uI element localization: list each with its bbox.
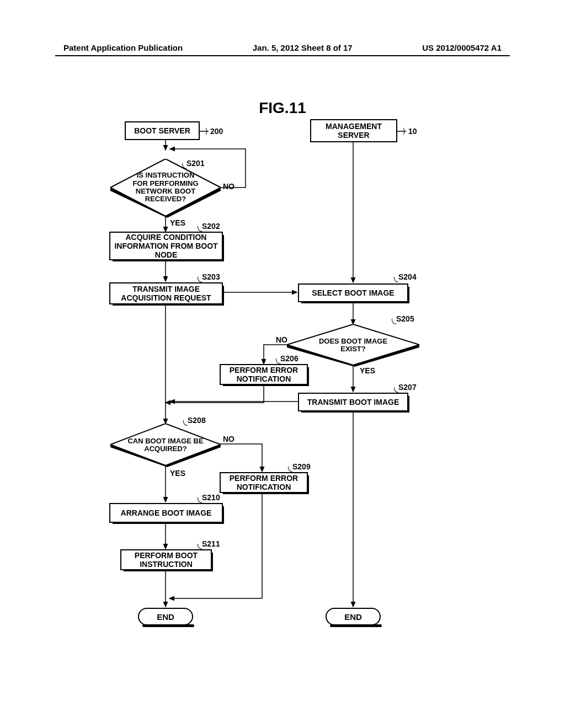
terminator-end-right: END bbox=[326, 608, 381, 625]
branch-yes-s208: YES bbox=[170, 469, 185, 478]
process-s210: ARRANGE BOOT IMAGE bbox=[109, 503, 223, 523]
leader-icon bbox=[198, 497, 202, 503]
process-s202: ACQUIRE CONDITION INFORMATION FROM BOOT … bbox=[109, 232, 223, 260]
s209-text: PERFORM ERROR NOTIFICATION bbox=[230, 474, 298, 491]
leader-icon bbox=[198, 277, 202, 282]
s208-text: CAN BOOT IMAGE BE ACQUIRED? bbox=[124, 435, 207, 456]
header-left: Patent Application Publication bbox=[63, 43, 183, 52]
s210-text: ARRANGE BOOT IMAGE bbox=[121, 508, 212, 517]
end-label-left: END bbox=[157, 612, 174, 622]
branch-no-s208: NO bbox=[223, 435, 234, 443]
ref-s208: S208 bbox=[188, 416, 206, 425]
page-header: Patent Application Publication Jan. 5, 2… bbox=[0, 43, 565, 52]
branch-yes-s205: YES bbox=[360, 366, 375, 375]
s203-text: TRANSMIT IMAGE ACQUISITION REQUEST bbox=[121, 285, 211, 302]
lane-header-boot-server: BOOT SERVER bbox=[125, 121, 200, 140]
ref-s207: S207 bbox=[398, 383, 417, 392]
boot-server-label: BOOT SERVER bbox=[134, 126, 190, 135]
branch-no-s201: NO bbox=[223, 182, 234, 191]
ref-s201: S201 bbox=[186, 159, 205, 168]
ref-s206: S206 bbox=[280, 354, 299, 363]
ref-s210: S210 bbox=[202, 493, 220, 502]
branch-yes-s201: YES bbox=[170, 218, 185, 227]
ref-s205: S205 bbox=[396, 314, 414, 323]
mgmt-server-label: MANAGEMENT SERVER bbox=[326, 122, 382, 140]
s206-text: PERFORM ERROR NOTIFICATION bbox=[230, 366, 298, 383]
branch-no-s205: NO bbox=[276, 335, 287, 344]
leader-icon bbox=[198, 226, 202, 232]
process-s207: TRANSMIT BOOT IMAGE bbox=[298, 393, 408, 411]
s204-text: SELECT BOOT IMAGE bbox=[312, 288, 394, 297]
process-s206: PERFORM ERROR NOTIFICATION bbox=[220, 364, 308, 385]
decision-s201: IS INSTRUCTION FOR PERFORMING NETWORK BO… bbox=[110, 159, 221, 220]
leader-icon bbox=[394, 387, 398, 393]
header-rule bbox=[55, 55, 510, 56]
ref-s202: S202 bbox=[202, 222, 220, 231]
ref-200: 200 bbox=[210, 127, 223, 136]
decision-s208: CAN BOOT IMAGE BE ACQUIRED? bbox=[110, 424, 221, 468]
process-s203: TRANSMIT IMAGE ACQUISITION REQUEST bbox=[109, 282, 223, 304]
leader-icon bbox=[392, 319, 396, 324]
lane-header-mgmt-server: MANAGEMENT SERVER bbox=[310, 119, 397, 142]
leader-icon bbox=[198, 544, 202, 549]
header-right: US 2012/0005472 A1 bbox=[422, 43, 502, 52]
end-label-right: END bbox=[344, 612, 362, 622]
process-s211: PERFORM BOOT INSTRUCTION bbox=[120, 549, 212, 570]
leader-icon bbox=[276, 358, 280, 364]
s202-text: ACQUIRE CONDITION INFORMATION FROM BOOT … bbox=[114, 233, 217, 259]
s211-text: PERFORM BOOT INSTRUCTION bbox=[135, 551, 198, 569]
decision-s205: DOES BOOT IMAGE EXIST? bbox=[287, 324, 419, 367]
s205-text: DOES BOOT IMAGE EXIST? bbox=[312, 334, 395, 356]
ref-s203: S203 bbox=[202, 272, 220, 281]
figure-title: FIG.11 bbox=[259, 99, 306, 117]
flow-lines bbox=[0, 116, 565, 667]
ref-s209: S209 bbox=[292, 462, 311, 471]
ref-10: 10 bbox=[408, 127, 417, 136]
leader-icon bbox=[288, 467, 292, 472]
process-s204: SELECT BOOT IMAGE bbox=[298, 283, 408, 302]
terminator-end-left: END bbox=[138, 608, 193, 625]
flowchart: BOOT SERVER 200 MANAGEMENT SERVER 10 IS … bbox=[0, 116, 565, 667]
ref-s211: S211 bbox=[202, 539, 220, 548]
ref-s204: S204 bbox=[398, 272, 417, 281]
leader-icon bbox=[394, 277, 398, 282]
s207-text: TRANSMIT BOOT IMAGE bbox=[307, 398, 399, 406]
process-s209: PERFORM ERROR NOTIFICATION bbox=[220, 472, 308, 493]
header-center: Jan. 5, 2012 Sheet 8 of 17 bbox=[253, 43, 353, 52]
s201-text: IS INSTRUCTION FOR PERFORMING NETWORK BO… bbox=[127, 170, 204, 205]
